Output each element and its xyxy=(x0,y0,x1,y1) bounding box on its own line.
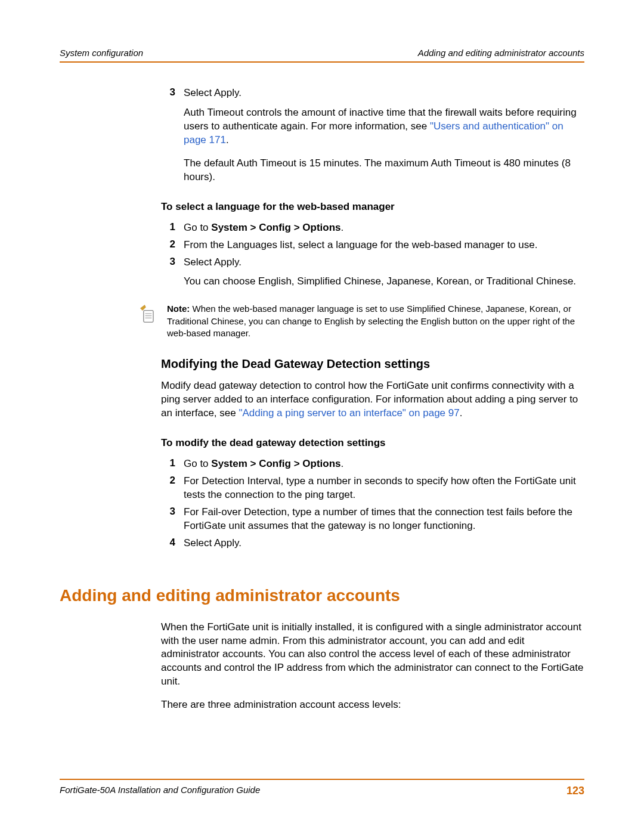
paragraph-lang-choices: You can choose English, Simplified Chine… xyxy=(184,275,584,289)
running-footer: FortiGate-50A Installation and Configura… xyxy=(60,779,584,797)
step-number: 3 xyxy=(161,506,175,533)
note-icon xyxy=(137,303,161,327)
heading-dead-gateway: Modifying the Dead Gateway Detection set… xyxy=(161,357,584,371)
note-block: Note: When the web-based manager languag… xyxy=(137,303,584,339)
running-header: System configuration Adding and editing … xyxy=(60,48,584,63)
subhead-dead-gw: To modify the dead gateway detection set… xyxy=(161,437,584,449)
paragraph-auth-timeout: Auth Timeout controls the amount of inac… xyxy=(184,106,584,147)
step-text: Select Apply. xyxy=(184,256,242,270)
step-text: From the Languages list, select a langua… xyxy=(184,239,537,252)
step-text: Select Apply. xyxy=(184,86,242,100)
footer-title: FortiGate-50A Installation and Configura… xyxy=(60,785,260,797)
step-number: 4 xyxy=(161,537,175,550)
step-text: For Detection Interval, type a number in… xyxy=(184,475,584,502)
step-number: 1 xyxy=(161,457,175,471)
step-number: 1 xyxy=(161,221,175,235)
paragraph-dead-gw-intro: Modify dead gateway detection to control… xyxy=(161,379,584,420)
link-ping-server[interactable]: "Adding a ping server to an interface" o… xyxy=(239,407,459,419)
step-number: 3 xyxy=(161,256,175,270)
paragraph-default-timeout: The default Auth Timeout is 15 minutes. … xyxy=(184,157,584,184)
step-number: 2 xyxy=(161,239,175,252)
header-right: Adding and editing administrator account… xyxy=(418,48,584,58)
svg-rect-0 xyxy=(144,311,153,323)
step-text: For Fail-over Detection, type a number o… xyxy=(184,506,584,533)
step-text: Select Apply. xyxy=(184,537,242,550)
header-left: System configuration xyxy=(60,48,143,58)
step-number: 3 xyxy=(161,86,175,100)
step-text: Go to System > Config > Options. xyxy=(184,457,343,471)
paragraph-admin-levels: There are three administration account a… xyxy=(161,698,584,712)
page-number: 123 xyxy=(566,785,584,797)
step-text: Go to System > Config > Options. xyxy=(184,221,343,235)
note-text: Note: When the web-based manager languag… xyxy=(167,303,584,339)
paragraph-admin-intro: When the FortiGate unit is initially ins… xyxy=(161,621,584,689)
heading-admin-accounts: Adding and editing administrator account… xyxy=(60,586,584,605)
step-number: 2 xyxy=(161,475,175,502)
subhead-language: To select a language for the web-based m… xyxy=(161,201,584,213)
